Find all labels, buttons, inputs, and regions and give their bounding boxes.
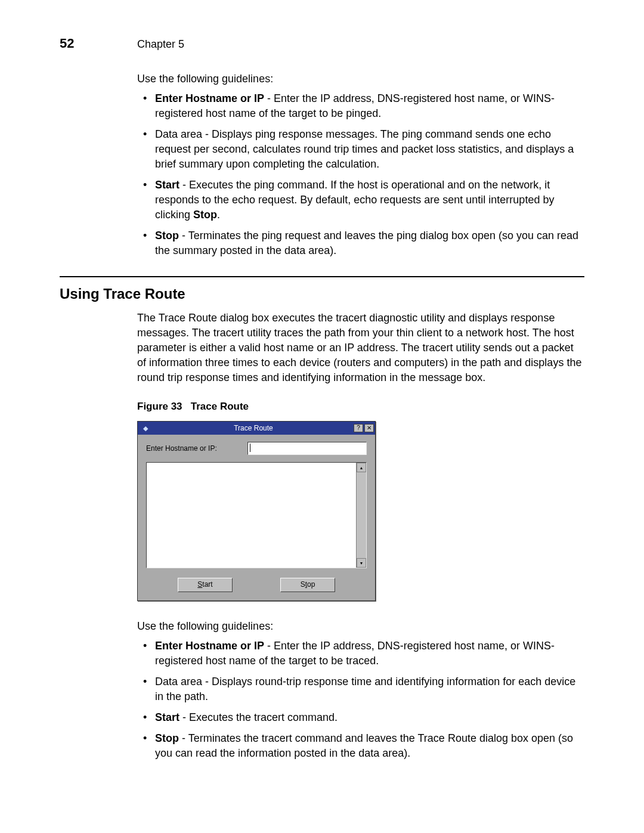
section-heading: Using Trace Route [60, 286, 584, 302]
stop-label-rest: op [307, 580, 315, 589]
hostname-input[interactable] [247, 442, 367, 455]
bullet-lead: Start [155, 711, 179, 723]
list-item: Start - Executes the tracert command. [137, 710, 584, 725]
dialog-button-row: Start Stop [146, 578, 367, 592]
dialog-body: Enter Hostname or IP: ▴ ▾ Start Stop [138, 435, 375, 600]
scroll-down-button[interactable]: ▾ [357, 558, 366, 568]
trace-route-paragraph: The Trace Route dialog box executes the … [137, 311, 584, 385]
hostname-field-row: Enter Hostname or IP: [146, 442, 367, 455]
ping-guidelines-list: Enter Hostname or IP - Enter the IP addr… [137, 91, 584, 258]
figure-caption: Figure 33 Trace Route [137, 401, 584, 413]
window-buttons: ? ✕ [354, 424, 374, 432]
bullet-lead: Start [155, 179, 179, 191]
list-item: Stop - Terminates the tracert command an… [137, 731, 584, 761]
start-button[interactable]: Start [178, 578, 233, 592]
dialog-titlebar: ◆ Trace Route ? ✕ [138, 422, 375, 435]
help-button[interactable]: ? [354, 424, 363, 432]
system-menu-icon[interactable]: ◆ [140, 423, 151, 433]
start-label-rest: tart [202, 580, 212, 589]
page-number: 52 [60, 36, 137, 51]
text-caret [250, 444, 250, 452]
bullet-lead: Stop [155, 230, 179, 241]
stop-button[interactable]: Stop [280, 578, 335, 592]
bullet-text: Data area - Displays ping response messa… [155, 128, 574, 170]
body-column-top: Use the following guidelines: Enter Host… [137, 72, 584, 258]
list-item: Enter Hostname or IP - Enter the IP addr… [137, 91, 584, 121]
hostname-label: Enter Hostname or IP: [146, 444, 247, 453]
figure-number: Figure 33 [137, 401, 182, 412]
list-item: Data area - Displays round-trip response… [137, 674, 584, 704]
bullet-tail-bold: Stop [193, 209, 217, 221]
bullet-text: - Terminates the ping request and leaves… [155, 230, 578, 256]
dialog-title: Trace Route [153, 424, 354, 432]
guidelines-intro-1: Use the following guidelines: [137, 72, 584, 86]
trace-guidelines-list: Enter Hostname or IP - Enter the IP addr… [137, 639, 584, 761]
list-item: Start - Executes the ping command. If th… [137, 178, 584, 222]
chapter-label: Chapter 5 [137, 38, 184, 51]
guidelines-intro-2: Use the following guidelines: [137, 619, 584, 634]
bullet-text: - Terminates the tracert command and lea… [155, 732, 573, 759]
vertical-scrollbar[interactable]: ▴ ▾ [356, 463, 366, 568]
list-item: Stop - Terminates the ping request and l… [137, 228, 584, 258]
figure-title: Trace Route [191, 401, 249, 412]
bullet-text: - Executes the tracert command. [179, 711, 338, 723]
bullet-text: Data area - Displays round-trip response… [155, 676, 575, 702]
bullet-tail-rest: . [217, 209, 220, 221]
body-column-section2: The Trace Route dialog box executes the … [137, 311, 584, 761]
bullet-lead: Enter Hostname or IP [155, 640, 264, 652]
scroll-up-button[interactable]: ▴ [357, 463, 366, 472]
page-header: 52 Chapter 5 [60, 36, 584, 51]
list-item: Data area - Displays ping response messa… [137, 127, 584, 172]
data-area[interactable]: ▴ ▾ [146, 462, 367, 568]
document-page: 52 Chapter 5 Use the following guideline… [0, 0, 644, 833]
bullet-lead: Enter Hostname or IP [155, 92, 264, 104]
section-divider [60, 276, 584, 277]
close-button[interactable]: ✕ [364, 424, 374, 432]
list-item: Enter Hostname or IP - Enter the IP addr… [137, 639, 584, 668]
bullet-lead: Stop [155, 732, 179, 744]
trace-route-dialog: ◆ Trace Route ? ✕ Enter Hostname or IP: … [137, 421, 376, 601]
